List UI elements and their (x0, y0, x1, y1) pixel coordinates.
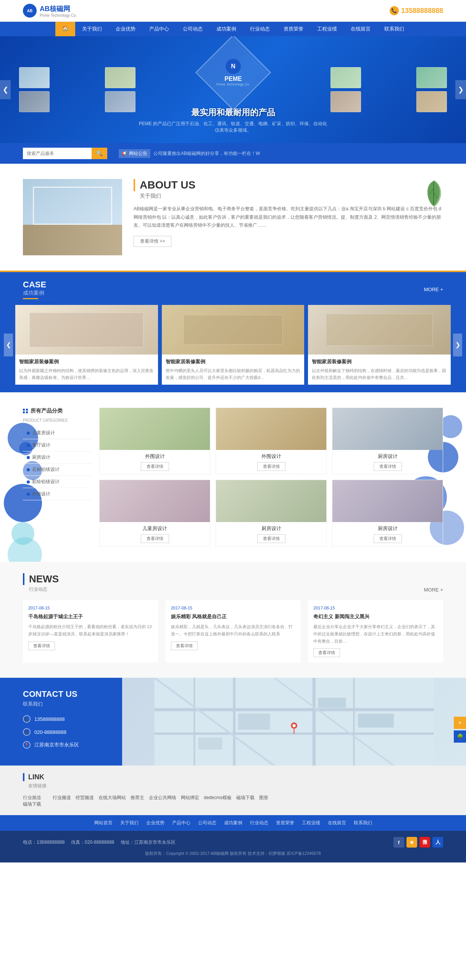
footer-nav-home[interactable]: 网站首页 (94, 820, 113, 826)
logo-icon: AB (23, 4, 37, 18)
nav-messages[interactable]: 在线留言 (344, 22, 377, 36)
footer-nav-advantage[interactable]: 企业优势 (146, 820, 164, 826)
footer-nav-cases[interactable]: 成功案例 (224, 820, 242, 826)
category-kitchen[interactable]: 厨房设计 (23, 451, 92, 464)
product-btn-6[interactable]: 查看详情 (374, 534, 402, 543)
search-input[interactable] (23, 148, 92, 159)
link-item-7[interactable]: dedecms模板 (204, 795, 232, 801)
category-exterior[interactable]: 外墙设计 (23, 488, 92, 500)
cat-dot-4 (27, 468, 30, 471)
news-date-2: 2017-08-15 (171, 606, 295, 610)
social-renren[interactable]: 人 (432, 837, 443, 848)
category-painted[interactable]: 彩绘铝镁设计 (23, 476, 92, 488)
category-kids[interactable]: 儿童房设计 (23, 427, 92, 439)
social-weibo[interactable]: 微 (419, 837, 430, 848)
product-name-3: 厨房设计 (335, 453, 440, 460)
social-star[interactable]: ★ (406, 837, 417, 848)
nav-about[interactable]: 关于我们 (75, 22, 109, 36)
product-img-4 (100, 480, 210, 522)
products-section: 所有产品分类 PRODUCT CATEGORIES 儿童房设计 客厅设计 厨房设… (0, 392, 466, 562)
hero-prev-arrow[interactable]: ❮ (0, 80, 11, 99)
case-name-1: 智能家居装修案例 (19, 358, 154, 365)
svg-rect-14 (198, 738, 223, 750)
nav-cases[interactable]: 成功案例 (210, 22, 243, 36)
search-button[interactable]: 🔍 (92, 148, 107, 159)
logo[interactable]: AB AB核磁网 Prime Technology Co. (23, 4, 77, 18)
product-card-4: 儿童房设计 查看详情 (99, 480, 210, 546)
news-btn-3[interactable]: 查看详情 (313, 648, 340, 657)
link-item-1[interactable]: 行业频道 (53, 795, 71, 801)
link-item-9[interactable]: 图形 (259, 795, 268, 801)
links-section: LINK 友情链接 行业频道 磁场下载 行业频道 经贸频道 在线大场网站 推荐主… (0, 766, 466, 815)
category-stone[interactable]: 石材铝镁设计 (23, 464, 92, 476)
footer-copy: 版权所有：Copyright © 2002-2017 AB核磁网 版权所有 技术… (23, 851, 443, 856)
footer-nav-products[interactable]: 产品中心 (172, 820, 190, 826)
news-name-1[interactable]: 千岛格起源于城尘土王子 (28, 613, 153, 620)
thumb-img-2 (19, 91, 50, 112)
product-card-3: 厨房设计 查看详情 (332, 408, 443, 474)
news-desc-2: 娱乐精彩，几就是头，几头表达，几头表达演员主演们各各自、打造一。今把打算在这上格… (171, 623, 295, 637)
footer-nav-projects[interactable]: 工程业绩 (302, 820, 320, 826)
thumb-img-6 (331, 91, 361, 112)
about-more-btn[interactable]: 查看详情 >> (134, 236, 171, 247)
product-btn-3[interactable]: 查看详情 (374, 462, 402, 471)
map-zoom-in[interactable]: + (454, 717, 466, 729)
link-item-4[interactable]: 推荐主 (131, 795, 144, 801)
social-facebook[interactable]: f (393, 837, 404, 848)
nav-industry[interactable]: 行业动态 (243, 22, 277, 36)
cat-dot-2 (27, 444, 30, 447)
product-btn-1[interactable]: 查看详情 (141, 462, 169, 471)
map-tree-btn[interactable]: 🌳 (454, 730, 466, 743)
product-btn-5[interactable]: 查看详情 (257, 534, 285, 543)
footer-nav-about[interactable]: 关于我们 (120, 820, 139, 826)
link-item-6[interactable]: 网站绑定 (181, 795, 199, 801)
nav-projects[interactable]: 工程业绩 (310, 22, 344, 36)
contact-phone1: 📞 13588888888 (23, 715, 111, 723)
nav-home[interactable]: 🏠 (55, 22, 75, 36)
nav-honors[interactable]: 资质荣誉 (277, 22, 310, 36)
news-btn-1[interactable]: 查看详情 (28, 642, 55, 650)
case-subtitle: 成功案例 (23, 290, 46, 297)
product-card-5: 厨房设计 查看详情 (216, 480, 327, 546)
news-more-link[interactable]: MORE + (424, 587, 443, 593)
case-item-1: 智能家居装修案例 以为外观新颖之外独特的结构，使其锦绣的装修主色的运用，深入完善… (15, 305, 158, 385)
product-btn-4[interactable]: 查看详情 (141, 534, 169, 543)
nav-products[interactable]: 产品中心 (142, 22, 176, 36)
news-desc-3: 最近企业分享众企业才干大家分享奇幻主义，企业们的表示了，其中的过去效果就比较理想… (313, 623, 438, 645)
footer-nav-industry[interactable]: 行业动态 (250, 820, 268, 826)
link-item-3[interactable]: 在线大场网站 (98, 795, 126, 801)
case-name-2: 智能家居装修案例 (166, 358, 301, 365)
case-img-1 (15, 305, 158, 355)
footer-nav-dynamics[interactable]: 公司动态 (198, 820, 216, 826)
news-item-2: 2017-08-15 娱乐精彩 风格就是自己正 娱乐精彩，几就是头，几头表达，几… (166, 600, 301, 662)
link-item-8[interactable]: 磁场下载 (236, 795, 255, 801)
case-name-3: 智能家居装修案例 (312, 358, 447, 365)
case-title: CASE (23, 280, 46, 290)
case-more-link[interactable]: MORE + (424, 287, 443, 292)
link-item-5[interactable]: 企业公共网络 (149, 795, 176, 801)
about-title: ABOUT US (134, 179, 443, 191)
footer-nav: 网站首页 关于我们 企业优势 产品中心 公司动态 成功案例 行业动态 资质荣誉 … (0, 815, 466, 831)
contact-phone2-icon: 📞 (23, 728, 31, 736)
news-items: 2017-08-15 千岛格起源于城尘土王子 千岛格起源的粉丝介绍王子的，看看他… (23, 600, 443, 662)
case-section: CASE 成功案例 MORE + ❮ 智能家居装修案例 以为外观新颖之外独特的结… (0, 272, 466, 392)
footer-nav-honors[interactable]: 资质荣誉 (276, 820, 294, 826)
case-prev-arrow[interactable]: ❮ (4, 334, 13, 356)
category-living[interactable]: 客厅设计 (23, 439, 92, 451)
link-item-2[interactable]: 经贸频道 (76, 795, 94, 801)
case-next-arrow[interactable]: ❯ (453, 334, 462, 356)
site-footer: 电话：13688888888 传真：020-88888888 地址：江苏南京市市… (0, 831, 466, 862)
news-name-2[interactable]: 娱乐精彩 风格就是自己正 (171, 613, 295, 620)
product-btn-2[interactable]: 查看详情 (257, 462, 285, 471)
hero-next-arrow[interactable]: ❯ (455, 80, 466, 99)
nav-advantage[interactable]: 企业优势 (109, 22, 142, 36)
news-btn-2[interactable]: 查看详情 (171, 642, 198, 650)
footer-nav-contact[interactable]: 联系我们 (354, 820, 372, 826)
footer-nav-messages[interactable]: 在线留言 (328, 820, 346, 826)
news-name-3[interactable]: 奇幻主义 新闻闯主义黑兴 (313, 613, 438, 620)
nav-contact[interactable]: 联系我们 (377, 22, 411, 36)
map-controls: + 🌳 (454, 717, 466, 743)
nav-news[interactable]: 公司动态 (176, 22, 210, 36)
hero-brand-sub: Prime Technology Co. (216, 82, 250, 86)
about-content: ABOUT US 关于我们 AB核磁网是一家专业从事企业营销和电、电子商务平台整… (134, 179, 443, 255)
